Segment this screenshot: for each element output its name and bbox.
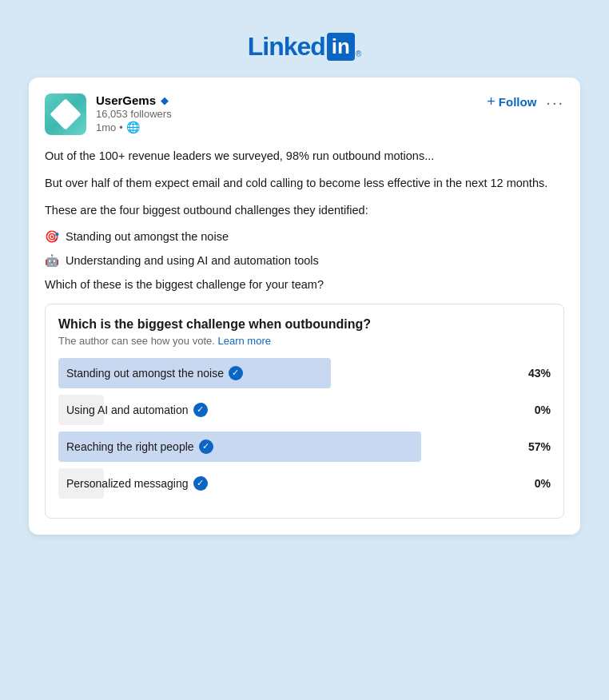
poll-container: Which is the biggest challenge when outb…: [45, 304, 564, 519]
post-line-1: Out of the 100+ revenue leaders we surve…: [45, 148, 564, 165]
poll-option-1-label: Standing out amongst the noise ✓: [66, 366, 243, 380]
poll-option-1-percentage: 43%: [522, 367, 551, 380]
verified-badge: ◆: [161, 94, 169, 106]
poll-option-4-percentage: 0%: [522, 477, 551, 490]
poll-option-2-percentage: 0%: [522, 404, 551, 416]
post-list-item-2: 🤖 Understanding and using AI and automat…: [45, 253, 564, 270]
post-line-2: But over half of them expect email and c…: [45, 175, 564, 193]
profile-name-row: UserGems ◆: [96, 93, 172, 107]
post-time: 1mo: [96, 121, 116, 133]
poll-option-1-text: Standing out amongst the noise: [66, 367, 224, 380]
follow-button[interactable]: + Follow: [487, 93, 536, 110]
emoji-1: 🎯: [45, 229, 59, 246]
poll-option-2-bar: Using AI and automation ✓: [58, 395, 104, 425]
linkedin-logo-text: Linked: [248, 32, 325, 62]
poll-option-4-bar: Personalized messaging ✓: [58, 468, 104, 499]
profile-followers: 16,053 followers: [96, 108, 172, 120]
post-line-3: These are the four biggest outbound chal…: [45, 202, 564, 220]
profile-name[interactable]: UserGems: [96, 93, 156, 107]
poll-option-4[interactable]: Personalized messaging ✓ 0%: [58, 468, 551, 499]
poll-option-3-percentage: 57%: [522, 440, 551, 453]
linkedin-logo: Linked in ®: [248, 32, 362, 62]
poll-option-3[interactable]: Reaching the right people ✓ 57%: [58, 432, 551, 462]
page-wrapper: Linked in ® UserGems ◆ 16,053 followers …: [16, 16, 593, 700]
poll-option-4-label: Personalized messaging ✓: [66, 476, 208, 491]
emoji-2: 🤖: [45, 253, 59, 270]
post-list-item-1: 🎯 Standing out amongst the noise: [45, 229, 564, 246]
list-text-1: Standing out amongst the noise: [66, 229, 229, 246]
poll-option-1-bar-wrapper: Standing out amongst the noise ✓: [58, 358, 512, 388]
profile-meta: 1mo • 🌐: [96, 121, 172, 133]
linkedin-logo-box: in: [327, 33, 355, 61]
poll-option-1-check-icon: ✓: [229, 366, 243, 380]
more-options-button[interactable]: ···: [546, 94, 564, 110]
post-header-left: UserGems ◆ 16,053 followers 1mo • 🌐: [45, 93, 172, 135]
poll-option-4-bar-wrapper: Personalized messaging ✓: [58, 468, 512, 499]
poll-option-4-text: Personalized messaging: [66, 477, 189, 490]
poll-learn-more-link[interactable]: Learn more: [217, 335, 270, 347]
more-dots-icon: ···: [546, 93, 564, 111]
poll-option-2-label: Using AI and automation ✓: [66, 403, 208, 417]
dot-separator: •: [119, 121, 123, 133]
poll-option-2[interactable]: Using AI and automation ✓ 0%: [58, 395, 551, 425]
post-body: Out of the 100+ revenue leaders we surve…: [45, 148, 564, 294]
follow-plus-icon: +: [487, 93, 496, 110]
post-header: UserGems ◆ 16,053 followers 1mo • 🌐 + Fo…: [45, 93, 564, 135]
avatar: [45, 93, 86, 135]
poll-option-4-check-icon: ✓: [193, 476, 208, 491]
post-card: UserGems ◆ 16,053 followers 1mo • 🌐 + Fo…: [29, 78, 580, 535]
poll-option-3-label: Reaching the right people ✓: [66, 439, 213, 454]
poll-subtitle: The author can see how you vote. Learn m…: [58, 335, 551, 347]
poll-option-3-text: Reaching the right people: [66, 440, 194, 453]
follow-label: Follow: [499, 95, 537, 109]
profile-info: UserGems ◆ 16,053 followers 1mo • 🌐: [96, 93, 172, 133]
poll-subtitle-text: The author can see how you vote.: [58, 335, 215, 347]
globe-icon: 🌐: [126, 121, 140, 133]
poll-option-2-text: Using AI and automation: [66, 404, 189, 416]
avatar-diamond: [50, 98, 82, 130]
poll-option-2-bar-wrapper: Using AI and automation ✓: [58, 395, 512, 425]
poll-option-3-check-icon: ✓: [199, 439, 213, 454]
poll-option-1-bar: Standing out amongst the noise ✓: [58, 358, 331, 388]
poll-option-1[interactable]: Standing out amongst the noise ✓ 43%: [58, 358, 551, 388]
linkedin-logo-dot: ®: [356, 50, 361, 58]
list-text-2: Understanding and using AI and automatio…: [66, 253, 319, 270]
poll-option-2-check-icon: ✓: [193, 403, 208, 417]
post-cta: Which of these is the biggest challenge …: [45, 276, 564, 294]
post-header-right: + Follow ···: [487, 93, 564, 110]
poll-title: Which is the biggest challenge when outb…: [58, 317, 551, 332]
poll-option-3-bar: Reaching the right people ✓: [58, 432, 421, 462]
poll-option-3-bar-wrapper: Reaching the right people ✓: [58, 432, 512, 462]
